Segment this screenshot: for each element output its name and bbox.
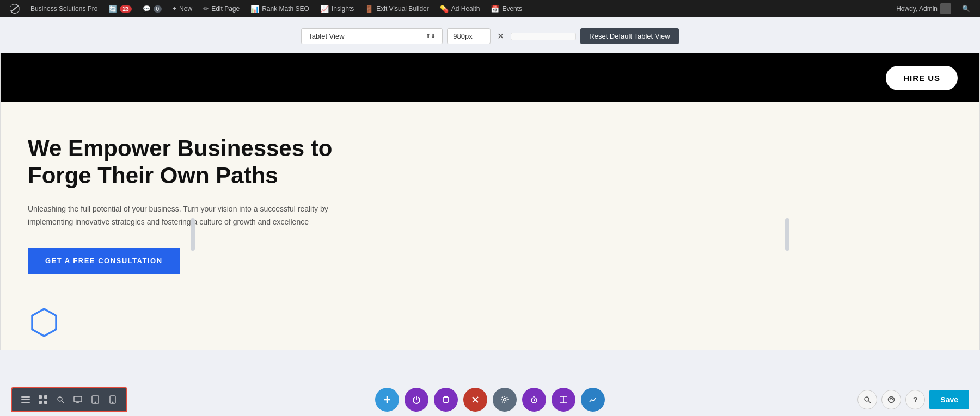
right-toolbar: ? Save (857, 390, 969, 409)
insights-label: Insights (332, 5, 354, 13)
new-item[interactable]: + New (167, 0, 198, 17)
plus-icon: + (173, 5, 176, 13)
consultation-button[interactable]: GET A FREE CONSULTATION (28, 248, 180, 274)
settings-button[interactable] (493, 388, 517, 412)
left-toolbar (11, 387, 127, 412)
exit-builder-label: Exit Visual Builder (376, 5, 429, 13)
svg-point-14 (95, 402, 96, 403)
svg-rect-7 (44, 401, 47, 404)
power-button[interactable] (405, 388, 428, 412)
right-resize-handle[interactable] (785, 218, 789, 251)
desktop-view-button[interactable] (70, 392, 86, 408)
svg-rect-20 (444, 398, 448, 402)
svg-point-31 (889, 397, 895, 403)
search-button[interactable] (52, 392, 69, 408)
hero-section: We Empower Businesses to Forge Their Own… (1, 102, 979, 295)
avatar (940, 3, 951, 14)
tablet-view-button[interactable] (87, 392, 103, 408)
close-width-button[interactable]: ✕ (495, 29, 506, 44)
wp-logo-item[interactable] (4, 0, 25, 17)
svg-rect-3 (21, 402, 30, 403)
svg-point-8 (58, 397, 62, 401)
icon-row (1, 295, 979, 350)
add-section-button[interactable] (375, 388, 399, 412)
howdy-text: Howdy, Admin (896, 5, 938, 13)
search-admin-icon: 🔍 (962, 5, 970, 13)
frame-wrapper: HIRE US We Empower Businesses to Forge T… (0, 53, 980, 416)
edit-page-label: Edit Page (211, 5, 240, 13)
admin-bar-right: Howdy, Admin 🔍 (891, 0, 976, 17)
center-toolbar (375, 388, 605, 412)
pencil-icon: ✏ (203, 5, 209, 13)
width-input[interactable] (447, 28, 491, 44)
tablet-toolbar: Tablet View ⬆⬇ ✕ Reset Default Tablet Vi… (301, 28, 678, 44)
hamburger-menu-button[interactable] (17, 392, 34, 408)
tablet-view-select[interactable]: Tablet View ⬆⬇ (301, 28, 443, 44)
hexagon-icon (28, 306, 60, 339)
svg-line-9 (62, 401, 64, 403)
comments-item[interactable]: 💬 0 (137, 0, 168, 17)
events-item[interactable]: 📅 Events (485, 0, 528, 17)
svg-line-30 (868, 401, 871, 403)
rank-math-label: Rank Math SEO (262, 5, 309, 13)
site-name: Business Solutions Pro (30, 5, 97, 13)
svg-rect-4 (39, 395, 42, 399)
insights-item[interactable]: 📈 Insights (315, 0, 359, 17)
tablet-view-label: Tablet View (308, 32, 344, 40)
analytics-button[interactable] (581, 388, 605, 412)
reset-tablet-view-button[interactable]: Reset Default Tablet View (580, 28, 678, 44)
left-resize-handle[interactable] (191, 218, 195, 251)
bottom-toolbar: ? Save (0, 383, 980, 416)
delete-button[interactable] (434, 388, 458, 412)
rank-math-icon: 📊 (250, 5, 259, 13)
edit-page-item[interactable]: ✏ Edit Page (198, 0, 245, 17)
admin-bar: Business Solutions Pro 🔄 23 💬 0 + New ✏ … (0, 0, 980, 17)
hire-us-button[interactable]: HIRE US (886, 66, 958, 90)
page-frame: HIRE US We Empower Businesses to Forge T… (0, 53, 980, 350)
ad-health-label: Ad Health (451, 5, 480, 13)
events-label: Events (502, 5, 522, 13)
svg-point-29 (865, 397, 869, 401)
update-count: 23 (120, 5, 131, 13)
comment-icon: 💬 (143, 5, 151, 13)
columns-button[interactable] (552, 388, 575, 412)
update-icon: 🔄 (108, 5, 117, 13)
svg-rect-5 (44, 395, 47, 399)
svg-point-16 (112, 402, 113, 403)
svg-rect-1 (21, 396, 30, 398)
search-admin-item[interactable]: 🔍 (957, 0, 976, 17)
ad-health-icon: 💊 (440, 5, 449, 13)
mobile-view-button[interactable] (105, 392, 121, 408)
events-icon: 📅 (491, 5, 499, 13)
timer-button[interactable] (522, 388, 546, 412)
insights-icon: 📈 (320, 5, 329, 13)
exit-builder-item[interactable]: 🚪 Exit Visual Builder (359, 0, 434, 17)
howdy-item[interactable]: Howdy, Admin (891, 0, 957, 17)
svg-marker-0 (32, 309, 56, 336)
history-button[interactable] (881, 390, 901, 409)
hero-title: We Empower Businesses to Forge Their Own… (28, 135, 398, 190)
new-label: New (179, 5, 192, 13)
select-arrow-icon: ⬆⬇ (426, 33, 436, 40)
help-button[interactable]: ? (905, 390, 925, 409)
updates-item[interactable]: 🔄 23 (103, 0, 137, 17)
svg-rect-2 (21, 399, 30, 400)
svg-point-23 (504, 399, 506, 401)
svg-rect-6 (39, 401, 42, 404)
question-mark-icon: ? (913, 395, 918, 404)
save-button[interactable]: Save (929, 390, 969, 409)
ad-health-item[interactable]: 💊 Ad Health (434, 0, 486, 17)
exit-icon: 🚪 (365, 5, 373, 13)
main-area: Tablet View ⬆⬇ ✕ Reset Default Tablet Vi… (0, 17, 980, 416)
comment-count: 0 (154, 5, 162, 13)
width-display (511, 33, 576, 40)
grid-view-button[interactable] (35, 392, 51, 408)
site-name-item[interactable]: Business Solutions Pro (25, 0, 103, 17)
svg-rect-10 (74, 396, 82, 402)
hero-subtitle: Unleashing the full potential of your bu… (28, 203, 344, 229)
page-header: HIRE US (1, 53, 979, 102)
close-section-button[interactable] (463, 388, 487, 412)
search-icon-button[interactable] (857, 390, 877, 409)
rank-math-item[interactable]: 📊 Rank Math SEO (245, 0, 315, 17)
